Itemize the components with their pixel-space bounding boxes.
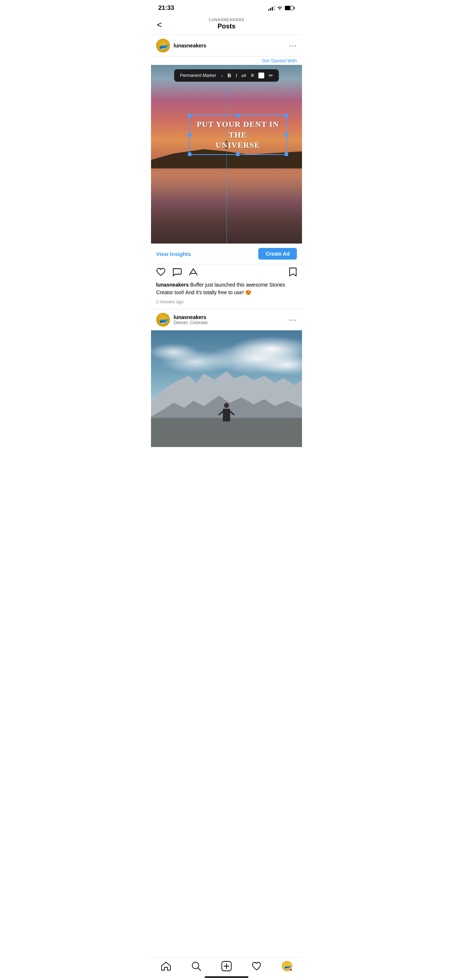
insights-bar: View Insights Create Ad bbox=[151, 243, 302, 264]
wifi-icon bbox=[277, 6, 283, 10]
post-1-more-options[interactable]: ··· bbox=[289, 42, 297, 49]
post-2-username[interactable]: lunasneakers bbox=[174, 314, 207, 320]
handle-bottom-right[interactable] bbox=[284, 153, 288, 156]
handle-left-mid[interactable] bbox=[188, 133, 191, 137]
avatar-icon: 👟 bbox=[157, 40, 169, 51]
comment-button[interactable] bbox=[172, 267, 182, 276]
toolbar-color-picker[interactable] bbox=[258, 73, 265, 78]
text-toolbar: Permanent Marker ∨ B I aA ≡ ✏ bbox=[174, 69, 279, 82]
status-icons bbox=[268, 5, 295, 11]
post-1: 👟 lunasneakers ··· Get Started With Perm… bbox=[151, 35, 302, 309]
post-2: 👟 lunasneakers Denver, Colorado ··· bbox=[151, 309, 302, 447]
avatar[interactable]: 👟 bbox=[156, 39, 170, 52]
handle-top-mid[interactable] bbox=[236, 114, 239, 118]
create-ad-button[interactable]: Create Ad bbox=[258, 248, 297, 259]
avatar-2[interactable]: 👟 bbox=[156, 313, 170, 327]
post-1-username[interactable]: lunasneakers bbox=[174, 43, 206, 48]
caption-username[interactable]: lunasneakers bbox=[156, 282, 189, 288]
text-selection-box[interactable]: PUT YOUR DENT IN THEUNIVERSE bbox=[189, 115, 287, 155]
page-title: Posts bbox=[217, 22, 235, 30]
ad-banner[interactable]: Get Started With bbox=[151, 56, 302, 65]
post-1-image: Permanent Marker ∨ B I aA ≡ ✏ PUT YOUR D… bbox=[151, 65, 302, 243]
like-button[interactable] bbox=[156, 267, 166, 276]
avatar-2-icon: 👟 bbox=[157, 313, 169, 326]
view-insights-button[interactable]: View Insights bbox=[156, 251, 191, 257]
handle-top-right[interactable] bbox=[284, 114, 288, 118]
handle-bottom-left[interactable] bbox=[188, 153, 191, 156]
post-1-user: 👟 lunasneakers bbox=[156, 39, 206, 52]
person-figure bbox=[223, 403, 230, 422]
toolbar-font-name: Permanent Marker bbox=[180, 73, 216, 78]
toolbar-align-button[interactable]: ≡ bbox=[250, 72, 254, 79]
post-2-location: Denver, Colorado bbox=[174, 320, 207, 325]
post-2-header: 👟 lunasneakers Denver, Colorado ··· bbox=[151, 309, 302, 330]
post-1-left-actions bbox=[156, 267, 198, 276]
post-overlay-text[interactable]: PUT YOUR DENT IN THEUNIVERSE bbox=[195, 119, 281, 151]
signal-icon bbox=[268, 5, 274, 11]
post-2-image bbox=[151, 330, 302, 447]
post-1-actions bbox=[151, 264, 302, 280]
post-2-user-info: lunasneakers Denver, Colorado bbox=[174, 314, 207, 325]
post-1-header: 👟 lunasneakers ··· bbox=[151, 35, 302, 56]
post-1-time: 2 minutes ago bbox=[151, 298, 302, 309]
toolbar-size-button[interactable]: aA bbox=[241, 73, 246, 78]
post-2-user: 👟 lunasneakers Denver, Colorado bbox=[156, 313, 207, 327]
account-name: LUNASNEAKERS bbox=[209, 18, 244, 22]
handle-right-mid[interactable] bbox=[284, 133, 288, 137]
toolbar-bold-button[interactable]: B bbox=[228, 73, 231, 78]
back-button[interactable]: < bbox=[157, 20, 162, 30]
page-header: < LUNASNEAKERS Posts bbox=[151, 14, 302, 35]
post-2-more-options[interactable]: ··· bbox=[289, 316, 297, 324]
toolbar-edit-button[interactable]: ✏ bbox=[269, 73, 273, 78]
handle-top-left[interactable] bbox=[188, 114, 191, 118]
save-button[interactable] bbox=[289, 267, 297, 277]
status-bar: 21:33 bbox=[151, 0, 302, 14]
status-time: 21:33 bbox=[158, 5, 174, 12]
share-button[interactable] bbox=[188, 267, 198, 276]
battery-icon bbox=[285, 6, 295, 10]
post-1-caption: lunasneakers Buffer just launched this a… bbox=[151, 280, 302, 298]
toolbar-italic-button[interactable]: I bbox=[236, 73, 237, 78]
handle-bottom-mid[interactable] bbox=[236, 153, 239, 156]
